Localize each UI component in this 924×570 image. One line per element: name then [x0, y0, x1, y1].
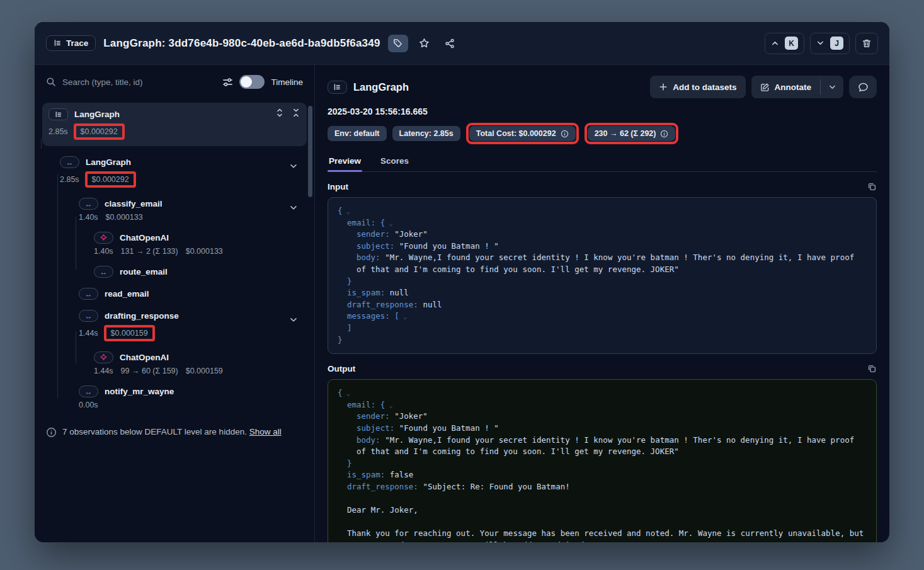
- trace-type-badge: Trace: [46, 35, 96, 51]
- tree-item-meta: 2.85s$0.000292: [60, 171, 307, 188]
- share-button[interactable]: [441, 35, 459, 52]
- observation-tree: LangGraph2.85s$0.000292↔LangGraph2.85s$0…: [35, 99, 314, 409]
- tree-item-label: route_email: [120, 267, 168, 276]
- tree-item-meta: 0.00s: [79, 401, 307, 409]
- search-input[interactable]: [62, 77, 216, 87]
- shortcut-key-k: K: [785, 37, 798, 50]
- window-header: Trace LangGraph: 3dd76e4b-980c-40eb-ae6d…: [35, 22, 889, 65]
- star-button[interactable]: [416, 35, 433, 52]
- tab-preview[interactable]: Preview: [328, 153, 362, 171]
- code-line: subject: "Found you Batman ! ": [338, 423, 867, 435]
- input-json-viewer[interactable]: { ⌄email: { ⌄sender: "Joker"subject: "Fo…: [328, 197, 877, 354]
- span-arrows-icon: ↔: [79, 385, 98, 397]
- next-trace-button[interactable]: J: [810, 33, 850, 54]
- tree-item-classify_email[interactable]: ↔classify_email1.40s$0.000133: [42, 198, 307, 222]
- output-label: Output: [328, 364, 355, 373]
- cost-value: $0.000292: [81, 127, 118, 136]
- tree-item-label: ChatOpenAI: [120, 353, 169, 362]
- info-icon: [46, 427, 57, 438]
- timeline-toggle[interactable]: [239, 75, 265, 89]
- code-line: email: { ⌄: [338, 399, 867, 411]
- metadata-badge: Total Cost: $0.000292: [469, 126, 576, 141]
- tree-item-meta: 2.85s$0.000292: [48, 123, 300, 140]
- code-line: subject: "Found you Batman ! ": [338, 241, 867, 253]
- tree-item-label: read_email: [105, 289, 149, 299]
- code-line: Thank you for reaching out. Your message…: [338, 528, 867, 542]
- tree-item-meta: 1.44s99 → 60 (Σ 159)$0.000159: [94, 367, 307, 375]
- trace-detail-window: Trace LangGraph: 3dd76e4b-980c-40eb-ae6d…: [35, 22, 889, 542]
- code-line: sender: "Joker": [338, 411, 867, 423]
- tree-item-chatopenai[interactable]: ChatOpenAI1.40s131 → 2 (Σ 133)$0.000133: [42, 232, 307, 256]
- tree-item-drafting_response[interactable]: ↔drafting_response1.44s$0.000159: [42, 310, 307, 341]
- tree-item-read_email[interactable]: ↔read_email: [42, 288, 307, 300]
- annotate-button[interactable]: Annotate: [751, 76, 821, 98]
- metadata-badge-row: Env: defaultLatency: 2.85sTotal Cost: $0…: [328, 123, 877, 144]
- input-section-header: Input: [328, 182, 877, 191]
- show-all-link[interactable]: Show all: [249, 427, 282, 436]
- copy-input-button[interactable]: [867, 182, 877, 191]
- span-arrows-icon: ↔: [94, 266, 113, 278]
- tree-item-meta: 1.40s$0.000133: [79, 213, 307, 222]
- list-tree-icon: [54, 39, 62, 47]
- code-line: is_spam: false: [338, 469, 867, 481]
- chat-bubble-icon: [858, 82, 869, 93]
- output-json-viewer[interactable]: { ⌄email: { ⌄sender: "Joker"subject: "Fo…: [328, 379, 877, 542]
- duration-value: 1.44s: [79, 329, 98, 338]
- code-line: sender: "Joker": [338, 229, 867, 241]
- observation-title: LangGraph: [353, 81, 409, 93]
- tree-item-route_email[interactable]: ↔route_email: [42, 266, 307, 278]
- list-tree-icon: [333, 83, 341, 91]
- filter-settings-icon[interactable]: [222, 77, 233, 88]
- duration-value: 1.44s: [94, 367, 113, 375]
- chevron-down-icon: [816, 39, 824, 47]
- duration-value: 1.40s: [94, 247, 113, 256]
- trash-icon: [862, 38, 872, 48]
- delete-trace-button[interactable]: [855, 33, 878, 54]
- duration-value: 0.00s: [79, 401, 98, 409]
- comments-button[interactable]: [849, 76, 877, 98]
- observation-type-badge: [328, 81, 347, 94]
- tree-item-notify_mr_wayne[interactable]: ↔notify_mr_wayne0.00s: [42, 385, 307, 409]
- tree-item-label: ChatOpenAI: [120, 233, 169, 242]
- collapse-chevron-icon[interactable]: [289, 316, 298, 324]
- tree-item-chatopenai[interactable]: ChatOpenAI1.44s99 → 60 (Σ 159)$0.000159: [42, 351, 307, 375]
- duration-value: 2.85s: [48, 127, 68, 136]
- code-line: }: [338, 458, 867, 470]
- code-line: messages: [ ⌄: [338, 311, 867, 322]
- cost-annotation-box: $0.000159: [104, 325, 155, 341]
- tree-item-label: drafting_response: [105, 311, 179, 321]
- star-icon: [419, 38, 430, 48]
- duration-value: 1.40s: [79, 213, 98, 222]
- code-line: draft_response: "Subject: Re: Found you …: [338, 481, 867, 493]
- expand-all-icon[interactable]: [275, 108, 284, 117]
- code-line: draft_response: null: [338, 299, 867, 311]
- input-label: Input: [328, 182, 348, 191]
- code-line: ]: [338, 322, 867, 334]
- code-line: body: "Mr. Wayne,I found your secret ide…: [338, 252, 867, 275]
- sidebar-scrollbar-thumb[interactable]: [308, 106, 312, 197]
- add-to-datasets-button[interactable]: Add to datasets: [650, 76, 745, 98]
- cost-value: $0.000133: [186, 247, 223, 256]
- trace-tree-sidebar: Timeline LangGraph2.85s$0.000292↔LangGra…: [35, 65, 315, 542]
- annotate-dropdown-button[interactable]: [821, 76, 843, 98]
- tab-scores[interactable]: Scores: [379, 153, 410, 171]
- copy-output-button[interactable]: [867, 364, 877, 373]
- tree-item-label: LangGraph: [86, 157, 131, 167]
- code-line: }: [338, 276, 867, 288]
- tree-item-langgraph[interactable]: LangGraph2.85s$0.000292: [42, 103, 307, 146]
- duration-value: 2.85s: [60, 175, 79, 184]
- cost-value: $0.000133: [106, 213, 143, 222]
- tag-button[interactable]: [388, 35, 408, 52]
- tree-item-label: classify_email: [105, 199, 163, 208]
- hidden-note-text: 7 observations below DEFAULT level are h…: [62, 427, 247, 436]
- collapse-all-icon[interactable]: [292, 108, 300, 117]
- code-line: Dear Mr. Joker,: [338, 504, 867, 516]
- collapse-chevron-icon[interactable]: [289, 162, 298, 171]
- tree-item-langgraph[interactable]: ↔LangGraph2.85s$0.000292: [42, 156, 307, 188]
- cost-value: $0.000159: [111, 329, 148, 338]
- header-right-actions: K J: [765, 33, 878, 54]
- prev-trace-button[interactable]: K: [765, 33, 804, 54]
- cost-annotation-box: $0.000292: [74, 123, 125, 140]
- chevron-up-icon: [771, 39, 779, 47]
- collapse-chevron-icon[interactable]: [289, 203, 298, 212]
